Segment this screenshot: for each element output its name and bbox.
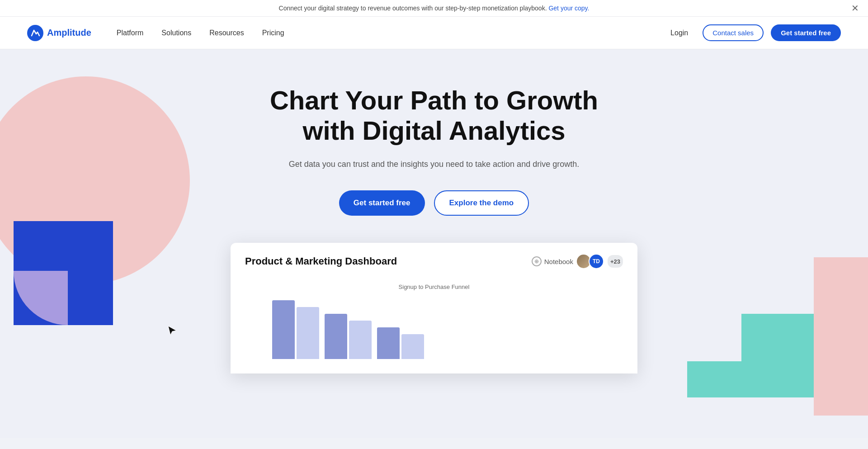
cursor-pointer (167, 325, 177, 340)
decorative-teal-rect-bottom (687, 361, 814, 397)
notebook-label: Notebook (544, 258, 573, 265)
funnel-bar-group-1 (272, 300, 319, 359)
avatars-group: TD +23 (579, 254, 623, 269)
announcement-link[interactable]: Get your copy. (548, 5, 589, 12)
notebook-button[interactable]: ⊕ Notebook (532, 256, 573, 266)
hero-subtitle: Get data you can trust and the insights … (262, 158, 606, 170)
nav-links: Platform Solutions Resources Pricing (109, 25, 663, 41)
announcement-close-button[interactable]: ✕ (851, 4, 859, 13)
funnel-bar-3-dark (377, 327, 400, 359)
avatar-td: TD (589, 254, 604, 269)
funnel-bar-2-light (349, 321, 372, 359)
login-button[interactable]: Login (663, 25, 695, 41)
amplitude-logo-icon (27, 25, 43, 41)
dashboard-actions: ⊕ Notebook TD +23 (532, 254, 623, 269)
avatar-count: +23 (608, 255, 623, 268)
get-started-nav-button[interactable]: Get started free (771, 24, 841, 41)
nav-solutions[interactable]: Solutions (154, 25, 198, 41)
funnel-bar-group-2 (325, 314, 372, 359)
hero-title: Chart Your Path to Growth with Digital A… (262, 85, 606, 146)
decorative-pink-rect-right (814, 257, 868, 416)
logo-text: Amplitude (47, 28, 91, 38)
explore-demo-button[interactable]: Explore the demo (434, 190, 529, 216)
announcement-banner: Connect your digital strategy to revenue… (0, 0, 868, 17)
dashboard-header: Product & Marketing Dashboard ⊕ Notebook… (245, 254, 623, 269)
funnel-bar-group-3 (377, 327, 424, 359)
navbar-actions: Login Contact sales Get started free (663, 24, 841, 41)
hero-buttons: Get started free Explore the demo (262, 190, 606, 216)
dashboard-preview: Product & Marketing Dashboard ⊕ Notebook… (231, 243, 637, 373)
funnel-bars (245, 296, 623, 359)
navbar: Amplitude Platform Solutions Resources P… (0, 17, 868, 49)
get-started-hero-button[interactable]: Get started free (339, 190, 425, 216)
funnel-bar-1-dark (272, 300, 295, 359)
nav-platform[interactable]: Platform (109, 25, 151, 41)
funnel-bar-1-light (297, 307, 319, 359)
logo-link[interactable]: Amplitude (27, 25, 91, 41)
hero-content: Chart Your Path to Growth with Digital A… (262, 49, 606, 243)
notebook-icon: ⊕ (532, 256, 542, 266)
announcement-text: Connect your digital strategy to revenue… (279, 5, 547, 12)
funnel-bar-3-light (401, 334, 424, 359)
contact-sales-button[interactable]: Contact sales (703, 24, 764, 41)
nav-pricing[interactable]: Pricing (255, 25, 292, 41)
nav-resources[interactable]: Resources (202, 25, 251, 41)
dashboard-title: Product & Marketing Dashboard (245, 255, 397, 267)
hero-section: Chart Your Path to Growth with Digital A… (0, 49, 868, 438)
funnel-section: Signup to Purchase Funnel (245, 280, 623, 363)
funnel-bar-2-dark (325, 314, 347, 359)
funnel-label: Signup to Purchase Funnel (245, 284, 623, 290)
